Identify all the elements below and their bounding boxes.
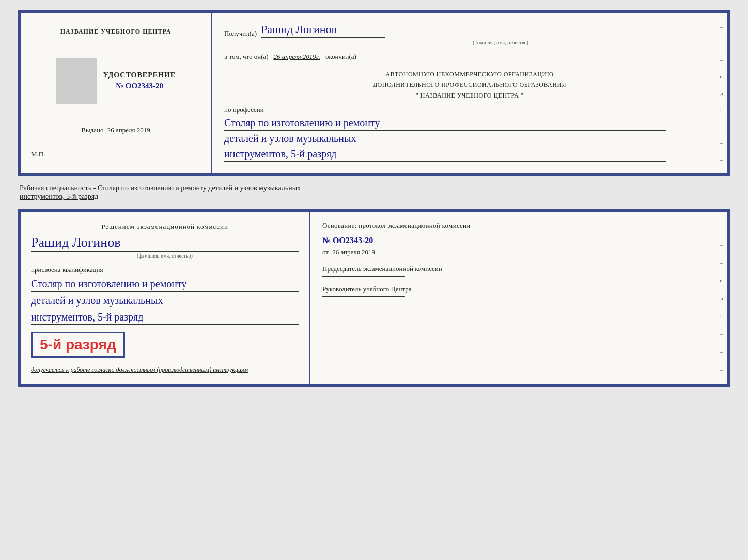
specialty-underlined: инструментов, 5-й разряд xyxy=(20,193,98,200)
org-line3: " НАЗВАНИЕ УЧЕБНОГО ЦЕНТРА " xyxy=(224,90,715,101)
cert-right-panel: Получил(а) Рашид Логинов – (фамилия, имя… xyxy=(212,13,727,173)
exam-card: Решением экзаменационной комиссии Рашид … xyxy=(18,209,730,387)
date-prefix: в том, что он(а) xyxy=(224,53,269,61)
qualification-line1: Столяр по изготовлению и ремонту xyxy=(31,278,299,292)
head-block: Руководитель учебного Центра xyxy=(322,285,715,297)
org-block: АВТОНОМНУЮ НЕКОММЕРЧЕСКУЮ ОРГАНИЗАЦИЮ ДО… xyxy=(224,69,715,101)
right-dashes: – – – и ,а ← – – – xyxy=(715,13,727,173)
head-signature-line xyxy=(322,296,405,297)
chairman-label: Председатель экзаменационной комиссии xyxy=(322,265,715,273)
cert-number: № OO2343-20 xyxy=(103,82,176,90)
chairman-block: Председатель экзаменационной комиссии xyxy=(322,265,715,277)
specialty-text: Рабочая специальность - Столяр по изгото… xyxy=(18,180,730,205)
chairman-signature-line xyxy=(322,276,405,277)
name-hint: (фамилия, имя, отчество) xyxy=(286,40,715,45)
photo-placeholder xyxy=(56,58,97,104)
finished-label: окончил(а) xyxy=(325,53,356,61)
profession-line1: Столяр по изготовлению и ремонту xyxy=(224,117,666,131)
org-line1: АВТОНОМНУЮ НЕКОММЕРЧЕСКУЮ ОРГАНИЗАЦИЮ xyxy=(224,69,715,79)
allowed-detail: работе согласно должностным (производств… xyxy=(70,366,248,373)
exam-assigned-text: присвоена квалификация xyxy=(31,266,299,274)
qualification-line3: инструментов, 5-й разряд xyxy=(31,311,299,325)
cert-left-panel: НАЗВАНИЕ УЧЕБНОГО ЦЕНТРА УДОСТОВЕРЕНИЕ №… xyxy=(21,13,212,173)
allowed-prefix: допускается к xyxy=(31,366,69,373)
specialty-prefix: Рабочая специальность - Столяр по изгото… xyxy=(20,184,301,192)
issued-line: Выдано 26 апреля 2019 xyxy=(81,126,150,134)
qualification-line2: деталей и узлов музыкальных xyxy=(31,295,299,308)
exam-left-panel: Решением экзаменационной комиссии Рашид … xyxy=(21,212,310,384)
exam-name-hint: (фамилия, имя, отчество) xyxy=(31,253,299,259)
udostoverenie-label: УДОСТОВЕРЕНИЕ xyxy=(103,71,176,79)
org-line2: ДОПОЛНИТЕЛЬНОГО ПРОФЕССИОНАЛЬНОГО ОБРАЗО… xyxy=(224,79,715,90)
rank-text: 5-й разряд xyxy=(40,337,116,353)
allowed-text: допускается к работе согласно должностны… xyxy=(31,366,299,374)
profession-label: по профессии xyxy=(224,106,715,114)
certificate-card: НАЗВАНИЕ УЧЕБНОГО ЦЕНТРА УДОСТОВЕРЕНИЕ №… xyxy=(18,10,730,176)
basis-label: Основание: протокол экзаменационной коми… xyxy=(322,221,715,230)
from-prefix: от xyxy=(322,248,329,256)
rank-box: 5-й разряд xyxy=(31,332,125,358)
cert-title-block: УДОСТОВЕРЕНИЕ № OO2343-20 xyxy=(103,71,176,90)
issued-label: Выдано xyxy=(81,126,103,134)
mp-label: М.П. xyxy=(31,150,45,158)
profession-line2: деталей и узлов музыкальных xyxy=(224,133,666,146)
date-line: в том, что он(а) 26 апреля 2019г. окончи… xyxy=(224,53,715,61)
exam-person-name: Рашид Логинов xyxy=(31,235,299,252)
received-label: Получил(а) xyxy=(224,29,257,38)
recipient-line: Получил(а) Рашид Логинов – xyxy=(224,23,715,38)
issued-date: 26 апреля 2019 xyxy=(107,126,150,134)
from-date-line: от 26 апреля 2019 – xyxy=(322,248,715,257)
right-dashes-bottom: – – – и ,а ← – – – xyxy=(715,212,727,384)
profession-line3: инструментов, 5-й разряд xyxy=(224,148,666,162)
from-date-value: 26 апреля 2019 xyxy=(332,248,375,256)
exam-decision-text: Решением экзаменационной комиссии xyxy=(31,222,299,231)
head-label: Руководитель учебного Центра xyxy=(322,285,715,293)
date-value: 26 апреля 2019г. xyxy=(274,53,320,61)
cert-middle-section: УДОСТОВЕРЕНИЕ № OO2343-20 xyxy=(56,58,176,104)
recipient-name: Рашид Логинов xyxy=(261,23,385,38)
document-container: НАЗВАНИЕ УЧЕБНОГО ЦЕНТРА УДОСТОВЕРЕНИЕ №… xyxy=(18,10,730,387)
org-name-label: НАЗВАНИЕ УЧЕБНОГО ЦЕНТРА xyxy=(60,28,172,36)
exam-right-panel: Основание: протокол экзаменационной коми… xyxy=(310,212,727,384)
protocol-number: № OO2343-20 xyxy=(322,236,715,245)
